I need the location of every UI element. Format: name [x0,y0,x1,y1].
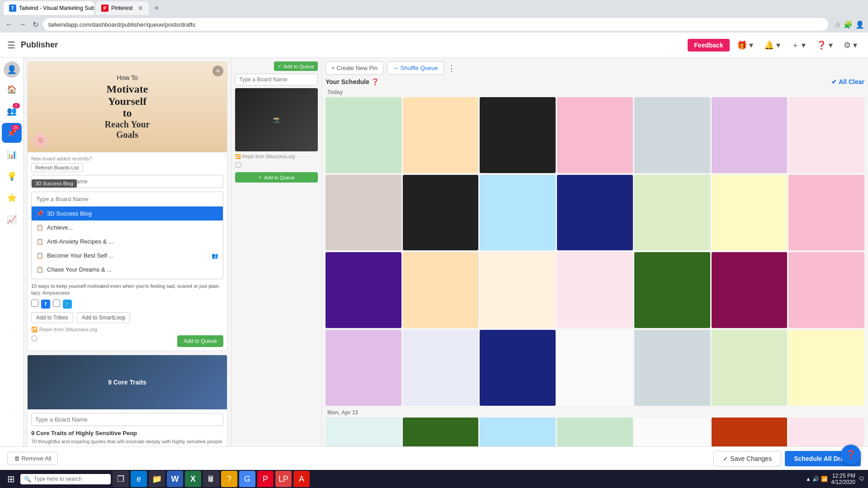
all-clear-btn[interactable]: ✔ All Clear [831,78,864,85]
close-first-post-btn[interactable]: ✕ [212,66,223,76]
sched-pin-22[interactable] [326,330,401,406]
sidebar-item-analytics[interactable]: 📊 [2,145,22,164]
user-avatar[interactable]: 👤 [4,61,20,78]
sched-pin-2[interactable] [403,97,479,173]
first-post-actions: Add to Tribes Add to SmartLoop [31,312,223,323]
browser-chrome: T Tailwind - Visual Marketing Suite ✕ P … [0,0,868,33]
top-add-to-queue-btn[interactable]: ✓ Add to Queue [274,61,318,71]
add-to-tribes-btn[interactable]: Add to Tribes [31,312,73,323]
feedback-button[interactable]: Feedback [688,39,730,52]
sched-pin-15[interactable] [326,252,401,328]
sched-pin-28[interactable] [788,330,864,406]
help-chat-btn[interactable]: ❓ [841,445,861,446]
sched-pin-26[interactable] [634,330,710,406]
sidebar-item-tribes[interactable]: 👥 2 [2,101,22,121]
check-circle-icon: ✔ [831,78,837,85]
bookmark-btn[interactable]: ☆ [835,20,841,29]
sched-pin-10[interactable] [480,175,556,251]
sched-pin-4[interactable] [557,97,633,173]
gift-button[interactable]: 🎁 ▾ [733,38,757,52]
plus-button[interactable]: ＋ ▾ [788,38,809,52]
posts-area: How To MotivateYourselfto Reach YourGoal… [24,58,231,446]
create-pin-btn[interactable]: + Create New Pin [326,61,383,75]
sched-pin-7[interactable] [788,97,864,173]
hamburger-button[interactable]: ☰ [7,40,15,51]
bell-button[interactable]: 🔔 ▾ [760,38,784,52]
sched-pin-12[interactable] [634,175,710,251]
mon-label: Mon, Apr 13 [326,409,864,416]
sched-pin-1[interactable] [326,97,401,173]
board-item-become-best[interactable]: 📋 Become Your Best Self ... 👥 [32,249,223,263]
sched-pin-17[interactable] [480,252,556,328]
mon-pin-3[interactable] [480,418,556,446]
more-options-btn[interactable]: ⋮ [448,61,456,75]
schedule-title-group: Your Schedule ❓ [326,78,379,85]
profile-btn[interactable]: 👤 [855,20,864,29]
main-content: 👤 🏠 👥 2 📌 25 📊 💡 ⭐ 📈 [0,58,868,446]
sidebar-item-publisher[interactable]: 📌 25 [2,123,22,143]
board-search-input[interactable] [32,192,223,206]
sidebar-item-reports[interactable]: 📈 [2,210,22,230]
sched-pin-18[interactable] [557,252,633,328]
fb-checkbox[interactable] [31,300,38,307]
posts-scroll[interactable]: How To MotivateYourselfto Reach YourGoal… [24,58,231,446]
active-tab[interactable]: T Tailwind - Visual Marketing Suite ✕ [4,1,94,15]
board-item-conquer-fear[interactable]: 📋 Conquer Fear & Self-D... [32,277,223,279]
sched-pin-20[interactable] [712,252,788,328]
sched-pin-14[interactable] [788,175,864,251]
extensions-btn[interactable]: 🧩 [844,20,853,29]
mon-pin-5[interactable] [634,418,710,446]
add-to-smartloop-btn[interactable]: Add to SmartLoop [77,312,131,323]
tw-checkbox[interactable] [53,300,60,307]
help-button[interactable]: ❓ ▾ [813,38,836,52]
mon-pin-1[interactable] [326,418,401,446]
close-pinterest-tab-btn[interactable]: ✕ [138,5,143,12]
sched-pin-16[interactable] [403,252,479,328]
sched-pin-3[interactable] [480,97,556,173]
reload-button[interactable]: ↻ [31,19,40,31]
second-post-card: 9 Core Traits 9 Core Traits of Highly Se… [27,355,227,446]
settings-button[interactable]: ⚙ ▾ [840,38,861,52]
sched-pin-8[interactable] [326,175,401,251]
save-changes-btn[interactable]: ✓ Save Changes [713,451,781,466]
first-post-content: New board added recently? Refresh Boards… [28,152,227,351]
forward-button[interactable]: → [17,19,28,30]
board-item-3d-success[interactable]: 📌 3D Success Blog 3D Success Blog [32,206,223,221]
mon-pin-6[interactable] [712,418,788,446]
shuffle-queue-btn[interactable]: ↔ Shuffle Queue [387,61,444,75]
sched-pin-6[interactable] [712,97,788,173]
your-schedule-label: Your Schedule [326,78,369,85]
sched-pin-9[interactable] [403,175,479,251]
board-item-achieve[interactable]: 📋 Achieve... [32,221,223,235]
pinterest-tab[interactable]: P Pinterest ✕ [96,1,149,15]
sidebar-item-discover[interactable]: 💡 [2,166,22,186]
sidebar-item-smartloop[interactable]: ⭐ [2,188,22,208]
second-post-board-input[interactable] [31,413,223,426]
sched-pin-21[interactable] [788,252,864,328]
sched-pin-25[interactable] [557,330,633,406]
middle-board-input[interactable] [235,74,318,85]
url-input[interactable] [43,18,828,31]
sched-pin-19[interactable] [634,252,710,328]
refresh-boards-btn[interactable]: Refresh Boards List [31,163,83,172]
sidebar-item-home[interactable]: 🏠 [2,80,22,99]
board-item-chase-dreams[interactable]: 📋 Chase Your Dreams & ... [32,263,223,277]
sched-pin-24[interactable] [480,330,556,406]
sched-pin-23[interactable] [403,330,479,406]
remove-all-btn[interactable]: 🗑 Remove All [7,452,58,465]
first-post-desc: 10 ways to keep yourself motivated even … [31,283,223,297]
mon-pin-7[interactable] [788,418,864,446]
back-button[interactable]: ← [4,19,14,30]
board-item-anti-anxiety[interactable]: 📋 Anti-Anxiety Recipes & ... [32,235,223,249]
tab-bar: T Tailwind - Visual Marketing Suite ✕ P … [0,0,868,16]
first-add-to-queue-btn[interactable]: Add to Queue [177,335,223,347]
sched-pin-27[interactable] [712,330,788,406]
mon-pin-4[interactable] [557,418,633,446]
schedule-help-icon[interactable]: ❓ [371,78,379,85]
new-tab-button[interactable]: + [151,2,163,15]
middle-add-to-queue-btn[interactable]: ✓ Add to Queue [235,172,318,183]
sched-pin-11[interactable] [557,175,633,251]
mon-pin-2[interactable] [403,418,479,446]
sched-pin-13[interactable] [712,175,788,251]
sched-pin-5[interactable] [634,97,710,173]
